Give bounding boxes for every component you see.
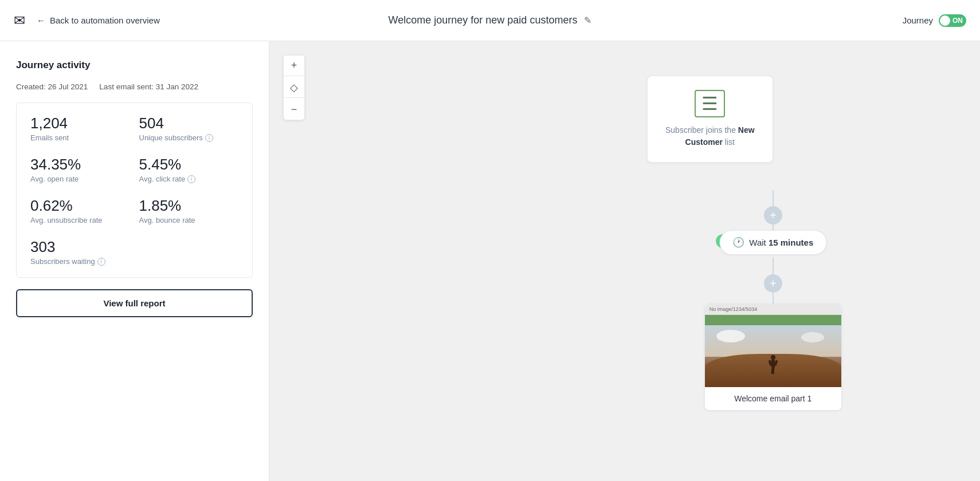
back-arrow-icon: ←: [37, 15, 45, 25]
sidebar-title: Journey activity: [16, 60, 253, 71]
stat-emails-sent: 1,204 Emails sent: [30, 115, 130, 142]
avg-click-rate-value: 5.45%: [139, 156, 239, 174]
avg-unsubscribe-label: Avg. unsubscribe rate: [30, 216, 130, 224]
header: ✉ ← Back to automation overview Welcome …: [0, 0, 980, 41]
unique-subscribers-label: Unique subscribers i: [139, 133, 239, 142]
trigger-list-icon: ☰: [695, 90, 725, 117]
view-full-report-button[interactable]: View full report: [16, 289, 253, 317]
stat-avg-open-rate: 34.35% Avg. open rate: [30, 156, 130, 183]
add-step-button-2[interactable]: +: [764, 274, 782, 293]
stat-unique-subscribers: 504 Unique subscribers i: [139, 115, 239, 142]
unique-subscribers-info-icon[interactable]: i: [205, 134, 213, 142]
edit-icon[interactable]: ✎: [584, 15, 591, 26]
avg-click-rate-info-icon[interactable]: i: [187, 175, 195, 183]
subscribers-waiting-value: 303: [30, 238, 238, 256]
page-title: Welcome journey for new paid customers: [389, 14, 578, 26]
stat-avg-click-rate: 5.45% Avg. click rate i: [139, 156, 239, 183]
clock-icon: 🕐: [732, 236, 744, 249]
stat-subscribers-waiting: 303 Subscribers waiting i: [30, 238, 238, 266]
cloud-2: [801, 332, 824, 342]
add-step-button-1[interactable]: +: [764, 206, 782, 224]
toggle-knob: [940, 15, 950, 26]
email-green-bar: [705, 315, 841, 325]
stats-card: 1,204 Emails sent 504 Unique subscribers…: [16, 102, 253, 278]
journey-canvas: + ◇ − ☰ Subscriber joins the New Custome…: [269, 41, 980, 481]
email-main-image: [705, 325, 841, 387]
email-node[interactable]: No image/1234/5034: [704, 303, 842, 411]
avg-click-rate-label: Avg. click rate i: [139, 175, 239, 183]
subscribers-waiting-label: Subscribers waiting i: [30, 257, 238, 266]
toggle-state-label: ON: [952, 17, 964, 25]
trigger-node[interactable]: ☰ Subscriber joins the New Customer list: [647, 76, 773, 163]
stat-avg-unsubscribe: 0.62% Avg. unsubscribe rate: [30, 197, 130, 224]
add-icon-2: +: [770, 278, 777, 289]
sidebar: Journey activity Created: 26 Jul 2021 La…: [0, 41, 269, 481]
subscribers-waiting-info-icon[interactable]: i: [97, 258, 105, 266]
figure-silhouette: [767, 355, 779, 376]
logo-icon: ✉: [14, 13, 25, 29]
avg-bounce-label: Avg. bounce rate: [139, 216, 239, 224]
wait-node[interactable]: 🕐 Wait 15 minutes: [719, 230, 826, 255]
avg-open-rate-label: Avg. open rate: [30, 175, 130, 183]
main-content: Journey activity Created: 26 Jul 2021 La…: [0, 41, 980, 481]
avg-open-rate-value: 34.35%: [30, 156, 130, 174]
emails-sent-value: 1,204: [30, 115, 130, 132]
journey-toggle-label: Journey: [903, 15, 933, 25]
cloud-1: [716, 330, 745, 342]
unique-subscribers-value: 504: [139, 115, 239, 132]
created-date: Created: 26 Jul 2021: [16, 82, 88, 91]
svg-rect-1: [771, 360, 775, 368]
avg-unsubscribe-value: 0.62%: [30, 197, 130, 215]
connector-3: [773, 258, 774, 275]
connector-4: [773, 292, 774, 305]
stat-avg-bounce: 1.85% Avg. bounce rate: [139, 197, 239, 224]
last-email-date: Last email sent: 31 Jan 2022: [99, 82, 198, 91]
email-url-bar: No image/1234/5034: [705, 304, 841, 315]
email-preview: No image/1234/5034: [705, 304, 841, 387]
sidebar-meta: Created: 26 Jul 2021 Last email sent: 31…: [16, 82, 253, 91]
journey-toggle-section: Journey ON: [903, 14, 966, 27]
back-link-label: Back to automation overview: [50, 15, 160, 25]
avg-bounce-value: 1.85%: [139, 197, 239, 215]
trigger-node-text: Subscriber joins the New Customer list: [659, 124, 761, 148]
emails-sent-label: Emails sent: [30, 133, 130, 142]
wait-text: Wait 15 minutes: [749, 238, 813, 247]
svg-rect-4: [771, 367, 774, 374]
back-link[interactable]: ← Back to automation overview: [37, 15, 160, 25]
header-title-section: Welcome journey for new paid customers ✎: [389, 14, 592, 26]
journey-area: ☰ Subscriber joins the New Customer list…: [269, 41, 980, 481]
svg-point-0: [771, 355, 775, 360]
add-icon-1: +: [770, 210, 777, 221]
journey-on-off-toggle[interactable]: ON: [939, 14, 966, 27]
email-node-label: Welcome email part 1: [705, 387, 841, 410]
connector-1: [773, 190, 774, 207]
